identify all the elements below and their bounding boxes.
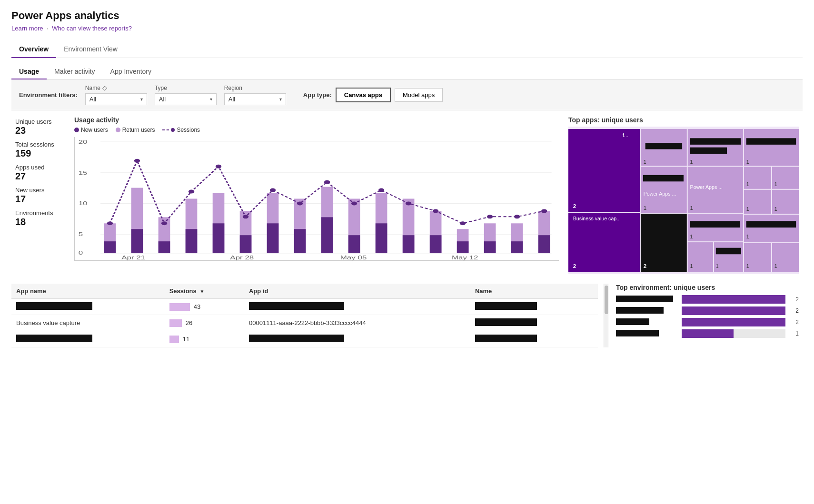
sessions-bar <box>169 319 182 327</box>
svg-rect-23 <box>267 223 279 253</box>
model-apps-button[interactable]: Model apps <box>395 88 443 102</box>
svg-text:1: 1 <box>774 263 777 269</box>
svg-point-53 <box>351 201 357 205</box>
svg-point-58 <box>487 215 493 218</box>
table-scrollbar[interactable] <box>604 284 608 347</box>
env-bar-row: 2 <box>616 295 799 304</box>
stat-total-sessions: Total sessions 159 <box>15 141 65 159</box>
filter-name-group: Name ◇ All ▾ <box>85 84 147 105</box>
svg-text:1: 1 <box>690 205 693 211</box>
who-can-view-link[interactable]: Who can view these reports? <box>52 25 132 32</box>
svg-rect-27 <box>321 217 333 253</box>
env-bar-bg <box>682 295 785 304</box>
canvas-apps-button[interactable]: Canvas apps <box>336 88 391 102</box>
redacted-app-name <box>16 335 92 342</box>
redacted-name <box>475 318 537 326</box>
svg-text:1: 1 <box>774 181 777 187</box>
legend-return-users: Return users <box>116 127 155 133</box>
env-bar-row: 2 <box>616 318 799 326</box>
redacted-name <box>475 302 537 310</box>
svg-text:10: 10 <box>79 200 88 206</box>
svg-point-59 <box>514 215 520 218</box>
redacted-name <box>475 335 537 342</box>
svg-point-54 <box>378 188 384 192</box>
svg-text:5: 5 <box>79 231 83 237</box>
app-type-group: App type: Canvas apps Model apps <box>303 88 443 102</box>
name-cell <box>470 315 598 331</box>
filter-bar-label: Environment filters: <box>19 91 78 99</box>
filter-icon: ◇ <box>102 84 107 91</box>
bottom-section: App name Sessions ▼ App id Name <box>11 284 803 347</box>
app-name-cell <box>11 331 165 347</box>
svg-text:15: 15 <box>79 170 88 176</box>
filter-type-select[interactable]: All ▾ <box>155 93 217 105</box>
filter-name-select[interactable]: All ▾ <box>85 93 147 105</box>
svg-point-45 <box>134 159 140 163</box>
svg-point-46 <box>161 221 167 225</box>
svg-text:1: 1 <box>746 234 749 239</box>
new-users-dot <box>74 128 79 132</box>
sessions-dot-small <box>171 128 175 132</box>
usage-chart-svg: 20 15 10 5 0 <box>75 137 559 260</box>
table-row: 11 <box>11 331 598 347</box>
env-bar-fill <box>682 329 734 338</box>
col-name: Name <box>470 284 598 299</box>
tab-overview[interactable]: Overview <box>11 40 56 58</box>
svg-text:2: 2 <box>573 263 576 269</box>
redacted-app-name <box>16 302 92 310</box>
svg-point-52 <box>324 180 330 184</box>
svg-rect-74 <box>688 129 743 166</box>
svg-text:Business value cap...: Business value cap... <box>573 216 621 221</box>
env-chart-section: Top environment: unique users 2 <box>612 284 803 347</box>
svg-text:1: 1 <box>644 205 646 211</box>
sub-tabs: Usage Maker activity App Inventory <box>11 58 803 79</box>
env-bar-bg <box>682 306 785 315</box>
redacted-app-id <box>249 302 344 310</box>
main-content: Unique users 23 Total sessions 159 Apps … <box>11 116 803 274</box>
filter-region-label: Region <box>224 85 286 91</box>
sessions-bar <box>169 303 190 311</box>
app-name-cell <box>11 299 165 315</box>
sessions-dash <box>162 129 169 130</box>
col-app-id: App id <box>244 284 470 299</box>
svg-text:1: 1 <box>746 181 749 187</box>
app-table: App name Sessions ▼ App id Name <box>11 284 598 347</box>
treemap-container: f... 2 Business value cap... 2 1 1 <box>568 127 799 274</box>
svg-point-47 <box>189 190 194 194</box>
svg-rect-92 <box>641 214 687 272</box>
svg-rect-107 <box>746 221 796 228</box>
env-bar-fill <box>682 295 785 304</box>
tab-environment-view[interactable]: Environment View <box>56 40 125 58</box>
tab-app-inventory[interactable]: App Inventory <box>103 64 159 79</box>
filter-type-label: Type <box>155 85 217 91</box>
svg-rect-39 <box>484 241 496 253</box>
page-title: Power Apps analytics <box>11 10 803 22</box>
svg-rect-15 <box>159 241 170 253</box>
svg-point-50 <box>270 188 276 192</box>
col-sessions[interactable]: Sessions ▼ <box>165 284 244 299</box>
learn-more-link[interactable]: Learn more <box>11 25 43 32</box>
svg-point-51 <box>297 201 303 205</box>
svg-text:1: 1 <box>644 159 646 165</box>
chevron-down-icon: ▾ <box>140 97 143 102</box>
chart-legend: New users Return users Sessions <box>74 127 559 133</box>
svg-text:0: 0 <box>79 250 83 256</box>
tab-maker-activity[interactable]: Maker activity <box>47 64 103 79</box>
treemap-panel: Top apps: unique users f... 2 Business v… <box>565 116 803 274</box>
tab-usage[interactable]: Usage <box>11 64 47 79</box>
svg-rect-82 <box>643 175 684 182</box>
chevron-down-icon: ▾ <box>210 97 212 102</box>
app-id-cell <box>244 299 470 315</box>
redacted-env-label <box>616 307 664 314</box>
svg-text:20: 20 <box>79 139 88 145</box>
scrollbar-thumb <box>605 286 608 314</box>
stat-environments: Environments 18 <box>15 209 65 227</box>
redacted-env-label <box>616 318 649 325</box>
env-bar-fill <box>682 318 785 326</box>
filter-region-select[interactable]: All ▾ <box>224 93 286 105</box>
svg-rect-76 <box>690 148 727 154</box>
svg-text:2: 2 <box>573 203 576 209</box>
env-bar-fill <box>682 306 785 315</box>
sessions-cell: 11 <box>165 331 244 347</box>
svg-rect-95 <box>690 221 740 228</box>
